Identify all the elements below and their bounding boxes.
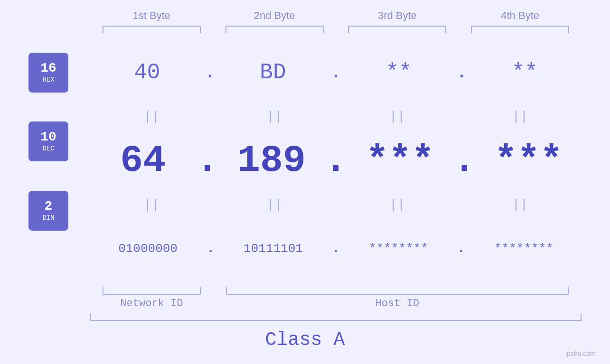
dot-3: .: [457, 63, 467, 83]
bin-badge-label: BIN: [42, 214, 54, 222]
eq-1-3: ||: [336, 107, 459, 126]
main-area: 16 HEX 10 DEC 2 BIN 40 . BD: [28, 38, 582, 283]
dot-1: .: [205, 63, 216, 83]
hex-badge-label: HEX: [42, 76, 54, 84]
dec-cell-1: 64: [90, 139, 196, 182]
top-brackets: [90, 26, 582, 33]
bin-cell-1: 01000000: [90, 242, 206, 256]
equals-row-2: || || || ||: [90, 196, 582, 214]
bin-dot-3: .: [457, 241, 465, 256]
bin-badge-number: 2: [45, 200, 53, 213]
host-id-label: Host ID: [213, 298, 582, 309]
dec-row: 64 . 189 . *** . ***: [90, 126, 582, 195]
top-bracket-2: [213, 26, 336, 33]
bottom-brackets: [90, 287, 582, 295]
bin-value-4: ********: [494, 242, 554, 256]
bin-value-1: 01000000: [118, 242, 178, 256]
bin-cell-2: 10111101: [216, 242, 331, 256]
dec-value-1: 64: [120, 139, 166, 182]
dec-value-4: ***: [495, 139, 563, 182]
data-area: 40 . BD . ** . ** || ||: [90, 38, 582, 283]
eq-2-1: ||: [90, 196, 213, 214]
dec-dot-3: .: [453, 139, 476, 182]
full-bottom-bracket: [90, 313, 582, 321]
bin-cell-3: ********: [341, 242, 456, 256]
dec-cell-2: 189: [219, 139, 325, 182]
hex-cell-2: BD: [216, 60, 330, 85]
dec-cell-4: ***: [476, 139, 582, 182]
hex-badge: 16 HEX: [28, 53, 68, 93]
bottom-section: Network ID Host ID Class A: [28, 287, 582, 355]
bin-value-2: 10111101: [244, 242, 303, 256]
bin-dot-1: .: [206, 241, 215, 256]
bin-dot-2: .: [332, 241, 340, 256]
hex-value-1: 40: [134, 60, 160, 85]
dec-badge-label: DEC: [42, 145, 54, 152]
eq-2-4: ||: [459, 196, 582, 214]
hex-value-2: BD: [260, 60, 286, 85]
class-label: Class A: [265, 329, 345, 351]
dec-dot-1: .: [196, 139, 219, 182]
dec-value-3: ***: [366, 139, 434, 182]
dec-value-2: 189: [237, 139, 306, 182]
bin-badge: 2 BIN: [28, 191, 68, 231]
dec-dot-2: .: [324, 139, 347, 182]
hex-value-3: **: [385, 60, 412, 85]
bin-row: 01000000 . 10111101 . ******** . *******…: [90, 214, 582, 283]
byte-header-2: 2nd Byte: [213, 9, 336, 22]
byte-header-3: 3rd Byte: [336, 9, 459, 22]
hex-row: 40 . BD . ** . **: [90, 38, 582, 107]
watermark: ipshu.com: [565, 350, 596, 357]
badges-column: 16 HEX 10 DEC 2 BIN: [28, 38, 90, 283]
byte-header-4: 4th Byte: [459, 9, 582, 22]
equals-row-1: || || || ||: [90, 107, 582, 126]
top-bracket-1: [90, 26, 213, 33]
bin-cell-4: ********: [466, 242, 582, 256]
hex-cell-1: 40: [90, 60, 204, 85]
dec-badge: 10 DEC: [28, 121, 68, 161]
top-bracket-4: [459, 26, 582, 33]
bin-value-3: ********: [369, 242, 428, 256]
id-labels-row: Network ID Host ID: [90, 298, 582, 309]
top-bracket-3: [336, 26, 459, 33]
class-row: Class A: [28, 326, 582, 355]
hex-cell-3: **: [342, 60, 456, 85]
byte-headers-row: 1st Byte 2nd Byte 3rd Byte 4th Byte: [90, 9, 582, 22]
dec-badge-number: 10: [40, 131, 56, 144]
hex-value-4: **: [512, 60, 538, 85]
network-id-label: Network ID: [90, 298, 213, 309]
byte-header-1: 1st Byte: [90, 9, 213, 22]
network-bracket: [90, 287, 213, 295]
eq-2-2: ||: [213, 196, 336, 214]
dot-2: .: [331, 63, 341, 83]
host-bracket: [213, 287, 582, 295]
eq-2-3: ||: [336, 196, 459, 214]
hex-badge-number: 16: [40, 62, 56, 75]
hex-cell-4: **: [468, 60, 582, 85]
dec-cell-3: ***: [347, 139, 453, 182]
eq-1-1: ||: [90, 107, 213, 126]
eq-1-4: ||: [459, 107, 582, 126]
eq-1-2: ||: [213, 107, 336, 126]
